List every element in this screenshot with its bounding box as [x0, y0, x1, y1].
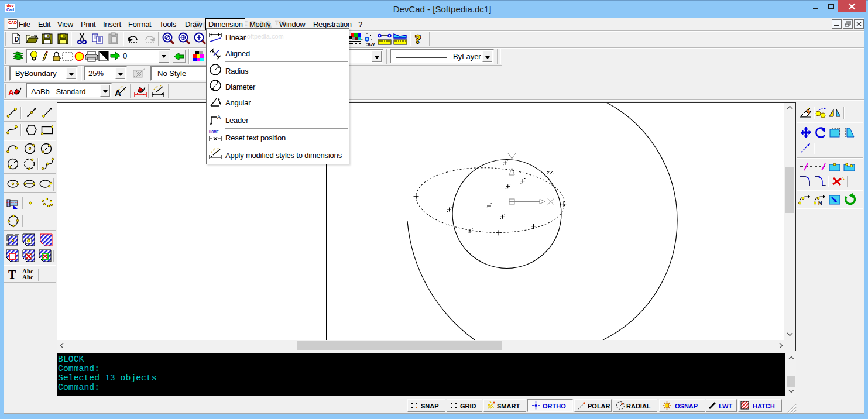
svg-text:A: A: [217, 114, 221, 120]
svg-text:A: A: [8, 88, 14, 97]
svg-text:N: N: [818, 200, 822, 206]
svg-text:?: ?: [415, 32, 421, 46]
svg-text:D: D: [15, 36, 19, 43]
svg-text:x,y: x,y: [368, 41, 375, 46]
